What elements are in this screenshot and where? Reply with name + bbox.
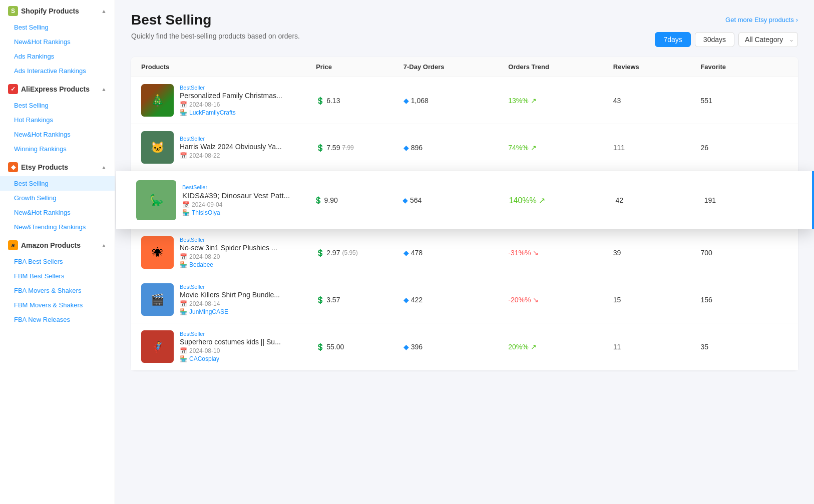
table-row[interactable]: 🎬 BestSeller Movie Killers Shirt Png Bun… xyxy=(131,276,798,323)
trend-cell: 140%% ↗ xyxy=(509,196,616,205)
sidebar-item-amazon-fbm-movers[interactable]: FBM Movers & Shakers xyxy=(0,298,115,312)
page-title: Best Selling xyxy=(131,12,211,28)
sidebar-item-amazon-fba-movers[interactable]: FBA Movers & Shakers xyxy=(0,283,115,298)
trend-cell: -20%% ↘ xyxy=(508,296,613,304)
sidebar-item-amazon-fbm-best[interactable]: FBM Best Sellers xyxy=(0,269,115,283)
sidebar-item-shopify-best-selling[interactable]: Best Selling xyxy=(0,20,115,35)
sidebar-item-ali-best-selling[interactable]: Best Selling xyxy=(0,98,115,113)
store-icon: 🏪 xyxy=(180,355,187,362)
price-cell: 💲 7.59 7.99 xyxy=(316,144,403,152)
sidebar: S Shopify Products ▲ Best Selling New&Ho… xyxy=(0,0,115,504)
etsy-section-header[interactable]: ◆ Etsy Products ▲ xyxy=(0,156,115,176)
shopify-section-header[interactable]: S Shopify Products ▲ xyxy=(0,0,115,20)
product-name: No-sew 3in1 Spider Plushies ... xyxy=(180,244,316,252)
orders-icon: ◆ xyxy=(403,144,409,152)
product-cell: 🎬 BestSeller Movie Killers Shirt Png Bun… xyxy=(141,283,316,316)
product-cell: 🦕 BestSeller KIDS&#39; Dinosaur Vest Pat… xyxy=(136,180,314,220)
store-icon: 🏪 xyxy=(180,261,187,268)
store-icon: 🏪 xyxy=(180,308,187,315)
product-image: 🐱 xyxy=(141,131,174,164)
product-seller[interactable]: 🏪 Bedabee xyxy=(180,261,316,268)
sidebar-item-etsy-best-selling[interactable]: Best Selling xyxy=(0,176,115,191)
product-seller[interactable]: 🏪 ThisIsOlya xyxy=(182,209,314,216)
reviews-cell: 11 xyxy=(613,343,701,351)
reviews-cell: 42 xyxy=(615,196,704,204)
table-header: Products Price 7-Day Orders Orders Trend… xyxy=(131,57,798,77)
reviews-cell: 43 xyxy=(613,97,701,105)
store-icon: 🏪 xyxy=(182,209,190,216)
col-header-favorite: Favorite xyxy=(700,63,788,71)
table-row[interactable]: 🎄 BestSeller Personalized Family Christm… xyxy=(131,77,798,124)
main-content: Best Selling Get more Etsy products › Qu… xyxy=(115,0,814,504)
etsy-chevron: ▲ xyxy=(101,164,107,170)
product-image: 🎬 xyxy=(141,283,174,316)
table-row[interactable]: 🕷 BestSeller No-sew 3in1 Spider Plushies… xyxy=(131,229,798,276)
product-image: 🦕 xyxy=(136,180,176,220)
product-info: BestSeller Superhero costumes kids || Su… xyxy=(180,331,316,362)
product-seller[interactable]: 🏪 CACosplay xyxy=(180,355,316,362)
etsy-section-title: ◆ Etsy Products xyxy=(8,162,68,172)
col-header-trend: Orders Trend xyxy=(508,63,613,71)
orders-icon: ◆ xyxy=(402,196,408,204)
sidebar-item-etsy-growth-selling[interactable]: Growth Selling xyxy=(0,191,115,205)
product-seller[interactable]: 🏪 LuckFamilyCrafts xyxy=(180,109,316,116)
calendar-icon: 📅 xyxy=(180,101,187,108)
filter-30days-button[interactable]: 30days xyxy=(695,32,734,47)
aliexpress-section-header[interactable]: ✓ AliExpress Products ▲ xyxy=(0,78,115,98)
calendar-icon: 📅 xyxy=(180,152,187,159)
product-info: BestSeller KIDS&#39; Dinosaur Vest Patt.… xyxy=(182,184,314,216)
table-row[interactable]: 🐱 BestSeller Harris Walz 2024 Obviously … xyxy=(131,124,798,171)
amazon-chevron: ▲ xyxy=(101,242,107,248)
sidebar-item-amazon-fba-best[interactable]: FBA Best Sellers xyxy=(0,254,115,269)
sidebar-item-etsy-new-hot[interactable]: New&Hot Rankings xyxy=(0,205,115,220)
highlight-accent-bar xyxy=(812,171,814,229)
sidebar-item-shopify-new-hot[interactable]: New&Hot Rankings xyxy=(0,35,115,49)
product-seller[interactable]: 🏪 JunMingCASE xyxy=(180,308,316,315)
orders-icon: ◆ xyxy=(403,296,409,304)
sidebar-item-etsy-new-trending[interactable]: New&Trending Rankings xyxy=(0,220,115,234)
product-image: 🦸 xyxy=(141,330,174,363)
sidebar-item-ali-winning[interactable]: Winning Rankings xyxy=(0,142,115,156)
product-info: BestSeller Movie Killers Shirt Png Bundl… xyxy=(180,284,316,315)
favorite-cell: 700 xyxy=(700,249,788,257)
price-icon: 💲 xyxy=(314,196,322,204)
sidebar-item-shopify-ads-rankings[interactable]: Ads Rankings xyxy=(0,49,115,64)
price-icon: 💲 xyxy=(316,296,324,304)
orders-cell: ◆ 564 xyxy=(402,196,509,204)
product-info: BestSeller Personalized Family Christmas… xyxy=(180,85,316,116)
product-cell: 🐱 BestSeller Harris Walz 2024 Obviously … xyxy=(141,131,316,164)
product-name: Personalized Family Christmas... xyxy=(180,92,316,100)
filter-7days-button[interactable]: 7days xyxy=(655,32,690,47)
sidebar-item-amazon-fba-releases[interactable]: FBA New Releases xyxy=(0,312,115,327)
bestseller-badge: BestSeller xyxy=(180,331,316,337)
aliexpress-chevron: ▲ xyxy=(101,86,107,92)
table-row-highlighted[interactable]: 🦕 BestSeller KIDS&#39; Dinosaur Vest Pat… xyxy=(116,171,813,229)
sidebar-item-ali-new-hot[interactable]: New&Hot Rankings xyxy=(0,127,115,142)
table-row[interactable]: 🦸 BestSeller Superhero costumes kids || … xyxy=(131,323,798,370)
product-cell: 🎄 BestSeller Personalized Family Christm… xyxy=(141,84,316,117)
price-icon: 💲 xyxy=(316,144,324,152)
trend-cell: 20%% ↗ xyxy=(508,343,613,351)
trend-cell: 13%% ↗ xyxy=(508,97,613,105)
amazon-section-header[interactable]: a Amazon Products ▲ xyxy=(0,234,115,254)
product-date: 📅 2024-08-16 xyxy=(180,101,316,108)
price-cell: 💲 9.90 xyxy=(314,196,402,204)
price-original: (5.95) xyxy=(342,249,357,256)
category-select[interactable]: All Category xyxy=(738,32,798,47)
calendar-icon: 📅 xyxy=(180,300,187,307)
product-name: Movie Killers Shirt Png Bundle... xyxy=(180,291,316,299)
etsy-more-link[interactable]: Get more Etsy products › xyxy=(725,16,798,24)
shopify-icon: S xyxy=(8,6,18,16)
product-cell: 🦸 BestSeller Superhero costumes kids || … xyxy=(141,330,316,363)
bestseller-badge: BestSeller xyxy=(180,237,316,243)
price-cell: 💲 3.57 xyxy=(316,296,403,304)
bestseller-badge: BestSeller xyxy=(182,184,314,190)
product-name: Superhero costumes kids || Su... xyxy=(180,338,316,346)
orders-cell: ◆ 396 xyxy=(403,343,509,351)
col-header-orders: 7-Day Orders xyxy=(403,63,509,71)
product-cell: 🕷 BestSeller No-sew 3in1 Spider Plushies… xyxy=(141,236,316,269)
sidebar-item-ali-hot-rankings[interactable]: Hot Rankings xyxy=(0,113,115,127)
sidebar-item-shopify-ads-interactive[interactable]: Ads Interactive Rankings xyxy=(0,64,115,78)
orders-cell: ◆ 478 xyxy=(403,249,509,257)
price-icon: 💲 xyxy=(316,97,324,105)
